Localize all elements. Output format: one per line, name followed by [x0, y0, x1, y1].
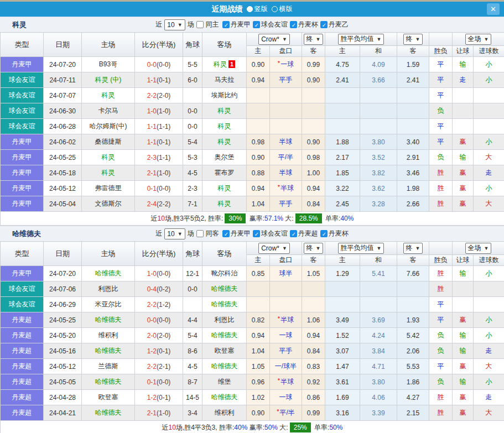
corner-cell: 8-6 [183, 343, 202, 359]
table-row: 丹麦甲24-05-04文德斯尔2-4(2-2)7-1科灵1.04平手0.842.… [1, 196, 504, 212]
goals-cell: 小 [474, 312, 504, 328]
odds-source-select[interactable]: Crow*▼ [258, 34, 290, 45]
avg-away-cell: 3.46 [397, 165, 429, 181]
table-row: 球会友谊24-07-06利恩比0-4(0-2)0-0哈维德夫胜 [1, 281, 504, 297]
radio-vertical-label: 竖版 [254, 4, 268, 14]
result-cell: 负 [429, 374, 453, 390]
avg-home-cell: 3.16 [325, 405, 360, 421]
home-team-cell: 哈维德夫 [82, 374, 135, 390]
same-side-checkbox[interactable] [196, 21, 204, 28]
table-row: 丹麦甲24-07-20哈维德夫1-0(0-0)12-1靴尔科治0.85球半1.0… [1, 266, 504, 281]
handicap-cell: 一/球半 [270, 359, 302, 374]
table-row: 丹麦超24-05-05哈维德夫0-1(0-0)8-7维堡0.96*半球0.923… [1, 374, 504, 390]
avg-home-cell: 2.45 [325, 196, 360, 212]
handicap-result-cell: 走 [453, 72, 474, 88]
big-rate-value: 25% [290, 422, 311, 432]
empty-header [429, 33, 453, 46]
avg-draw-cell: 3.82 [360, 165, 397, 181]
date-cell: 24-07-06 [44, 281, 82, 297]
window-title: 近期战绩 [212, 4, 243, 14]
final-select-2[interactable]: 终▼ [403, 243, 423, 254]
odds-home-cell: 1.02 [247, 390, 270, 405]
away-team-cell: 哈维德夫 [202, 297, 247, 312]
odds-home-cell [247, 103, 270, 119]
close-button[interactable]: ✕ [487, 3, 500, 15]
corner-cell: 5-4 [183, 328, 202, 343]
titlebar: 近期战绩 竖版 横版 ✕ [0, 2, 504, 17]
date-cell: 24-05-20 [44, 328, 82, 343]
avg-type-select[interactable]: 胜平负均值▼ [338, 243, 385, 254]
filter-controls: 近 10▼ 场 同客 丹麦甲球会友谊丹麦超丹麦杯 [155, 228, 348, 239]
league-checkbox-3[interactable] [320, 21, 328, 28]
league-checkbox-1[interactable] [253, 230, 260, 237]
league-cell: 丹麦甲 [1, 266, 44, 281]
odds-source-select[interactable]: Crow*▼ [258, 243, 290, 254]
rows-body: 丹麦甲24-07-20哈维德夫1-0(0-0)12-1靴尔科治0.85球半1.0… [1, 266, 504, 421]
chevron-down-icon: ▼ [415, 36, 420, 42]
corner-cell: 6-0 [183, 72, 202, 88]
score-cell: 2-3(1-1) [135, 150, 183, 165]
subcol-avg-home: 主 [325, 46, 360, 57]
summary-prefix: 近 [151, 215, 158, 222]
games-count-select[interactable]: 10▼ [164, 228, 185, 239]
avg-draw-cell: 3.28 [360, 196, 397, 212]
league-checkbox-2[interactable] [290, 230, 297, 237]
handicap-cell [270, 119, 302, 134]
league-label: 球会友谊 [261, 20, 288, 29]
final-select-1[interactable]: 终▼ [304, 34, 324, 45]
win-odds-value: 50% [264, 424, 278, 431]
home-team-cell: 哈尔姆斯(中) [82, 119, 135, 134]
avg-away-cell: 5.42 [397, 328, 429, 343]
league-checkbox-2[interactable] [290, 21, 297, 28]
goals-cell: 走 [474, 390, 504, 405]
final-select-2[interactable]: 终▼ [403, 34, 423, 45]
corner-cell: 5-5 [183, 57, 202, 72]
handicap-result-cell: 输 [453, 266, 474, 281]
odds-away-cell [302, 88, 325, 103]
col-header-score: 比分(半场) [135, 242, 183, 266]
league-cell: 丹麦甲 [1, 134, 44, 150]
odds-away-cell [302, 119, 325, 134]
subcol-odds-away: 客 [302, 46, 325, 57]
radio-vertical-layout[interactable]: 竖版 [247, 4, 268, 14]
corner-cell: 2-3 [183, 181, 202, 196]
final-odds-header-1: 终▼ [302, 33, 325, 46]
score-cell: 2-1(1-0) [135, 165, 183, 181]
league-checkbox-3[interactable] [320, 230, 328, 237]
league-cell: 丹麦超 [1, 359, 44, 374]
radio-horizontal-layout[interactable]: 横版 [272, 4, 293, 14]
avg-home-cell: 3.07 [325, 343, 360, 359]
avg-draw-cell [360, 281, 397, 297]
result-cell: 平 [429, 119, 453, 134]
league-checkbox-0[interactable] [222, 21, 230, 28]
avg-type-header: 胜平负均值▼ [325, 33, 397, 46]
final-select-1[interactable]: 终▼ [304, 243, 324, 254]
team-name: 科灵 [12, 20, 27, 30]
avg-away-cell [397, 88, 429, 103]
avg-type-select[interactable]: 胜平负均值▼ [338, 34, 385, 45]
goals-cell: 小 [474, 57, 504, 72]
away-team-cell: 哈维德夫 [202, 359, 247, 374]
result-cell: 负 [429, 343, 453, 359]
odds-home-cell: 0.96 [247, 374, 270, 390]
avg-draw-cell: 3.80 [360, 374, 397, 390]
odds-home-cell: 0.94 [247, 328, 270, 343]
goals-cell: 小 [474, 181, 504, 196]
chevron-down-icon: ▼ [316, 36, 321, 42]
home-team-cell: 哈维德夫 [82, 405, 135, 421]
same-side-checkbox[interactable] [196, 230, 204, 237]
league-cell: 丹麦甲 [1, 196, 44, 212]
league-checkbox-0[interactable] [222, 230, 230, 237]
avg-draw-cell: 5.41 [360, 266, 397, 281]
final-odds-header-2: 终▼ [397, 33, 429, 46]
table-row: 丹麦超24-04-28欧登塞1-2(0-1)14-5哈维德夫1.02一球0.86… [1, 390, 504, 405]
games-count-select[interactable]: 10▼ [164, 19, 185, 30]
chevron-down-icon: ▼ [484, 246, 489, 251]
league-label: 丹麦乙 [329, 20, 349, 29]
scope-select[interactable]: 全场▼ [465, 34, 492, 45]
scope-select[interactable]: 全场▼ [465, 243, 492, 254]
table-row: 丹麦甲24-06-02桑德捷斯1-1(0-1)5-4科灵0.98半球0.901.… [1, 134, 504, 150]
handicap-cell: *半球 [270, 312, 302, 328]
league-checkbox-1[interactable] [253, 21, 260, 28]
odds-away-cell: 0.94 [302, 181, 325, 196]
